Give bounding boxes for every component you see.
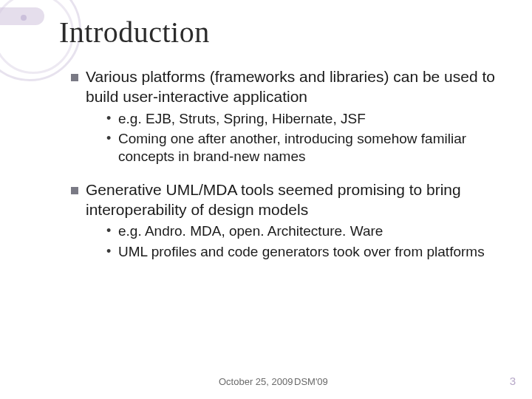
bullet-text: Generative UML/MDA tools seemed promisin…	[86, 181, 461, 218]
footer-date: October 25, 2009	[219, 376, 293, 387]
sub-bullet-item: UML profiles and code generators took ov…	[106, 243, 497, 261]
sub-bullet-item: Coming one after another, introducing so…	[106, 130, 497, 166]
sub-bullet-item: e.g. Andro. MDA, open. Architecture. War…	[106, 222, 497, 240]
bullet-list-level1: Various platforms (frameworks and librar…	[71, 67, 497, 270]
bullet-list-level2: e.g. EJB, Struts, Spring, Hibernate, JSF…	[86, 107, 497, 176]
bullet-item: Generative UML/MDA tools seemed promisin…	[71, 180, 497, 270]
slide-title: Introduction	[0, 0, 532, 50]
bullet-item: Various platforms (frameworks and librar…	[71, 67, 497, 176]
footer-event: DSM'09	[294, 376, 328, 387]
bullet-list-level2: e.g. Andro. MDA, open. Architecture. War…	[86, 219, 497, 270]
bullet-text: Various platforms (frameworks and librar…	[86, 68, 495, 105]
slide: Introduction Various platforms (framewor…	[0, 0, 532, 399]
sub-bullet-item: e.g. EJB, Struts, Spring, Hibernate, JSF	[106, 110, 497, 128]
slide-content: Various platforms (frameworks and librar…	[0, 50, 532, 270]
footer-page-number: 3	[510, 375, 516, 387]
